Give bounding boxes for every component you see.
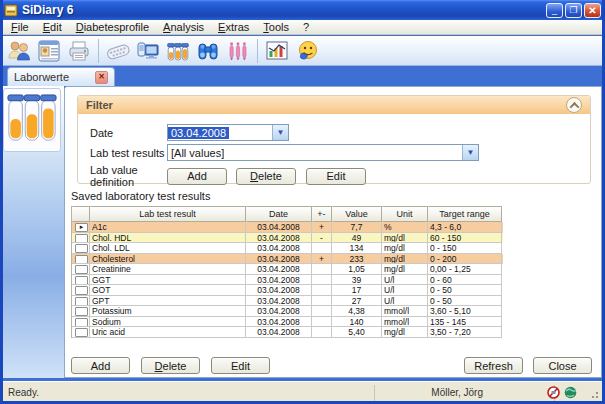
table-row[interactable]: Cholesterol 03.04.2008 + 233 mg/dl 0 - 2… xyxy=(72,254,503,265)
date-value: 03.04.2008 xyxy=(168,127,229,139)
injection-pens-icon[interactable] xyxy=(223,37,253,64)
column-header-unit[interactable]: Unit xyxy=(382,206,428,222)
close-button[interactable]: ✕ xyxy=(584,3,601,18)
cell-lab-test-result: GPT xyxy=(90,296,246,307)
printer-icon[interactable] xyxy=(64,37,94,64)
row-selector[interactable]: ▸ xyxy=(72,222,90,233)
menu-diabetesprofile[interactable]: Diabetesprofile xyxy=(69,20,156,35)
keyboard-icon[interactable] xyxy=(103,37,133,64)
collapse-button[interactable] xyxy=(566,97,582,113)
cell-target-range: 3,50 - 7,20 xyxy=(428,327,502,338)
selector-column-header[interactable] xyxy=(72,206,90,222)
menu-extras[interactable]: Extras xyxy=(211,20,256,35)
table-row[interactable]: Chol. HDL 03.04.2008 - 49 mg/dl 60 - 150 xyxy=(72,233,503,244)
cell-date: 03.04.2008 xyxy=(246,243,312,254)
filter-title: Filter xyxy=(86,99,113,111)
cell-unit: mg/dl xyxy=(382,243,428,254)
cell-date: 03.04.2008 xyxy=(246,285,312,296)
cell-date: 03.04.2008 xyxy=(246,233,312,244)
definition-delete-button[interactable]: Delete xyxy=(236,168,296,185)
table-row[interactable]: ▸ A1c 03.04.2008 + 7,7 % 4,3 - 6,0 xyxy=(72,222,503,233)
row-selector[interactable] xyxy=(72,243,90,254)
cell-target-range: 0 - 60 xyxy=(428,275,502,286)
cell-target-range: 135 - 145 xyxy=(428,317,502,328)
status-bar: Ready. Möller, Jörg xyxy=(0,381,605,404)
definition-add-button[interactable]: Add xyxy=(167,168,227,185)
menu-tools[interactable]: Tools xyxy=(256,20,296,35)
row-selector[interactable] xyxy=(72,306,90,317)
menu-bar: File Edit Diabetesprofile Analysis Extra… xyxy=(0,20,605,35)
resize-grip[interactable] xyxy=(589,389,599,399)
cell-lab-test-result: Sodium xyxy=(90,317,246,328)
menu-help[interactable]: ? xyxy=(296,20,316,35)
main-panel: Filter Date 03.04.2008 ▼ Lab test result… xyxy=(64,86,602,378)
statistics-icon[interactable] xyxy=(262,37,292,64)
search-icon[interactable] xyxy=(193,37,223,64)
row-selector[interactable] xyxy=(72,275,90,286)
table-row[interactable]: Uric acid 03.04.2008 5,40 mg/dl 3,50 - 7… xyxy=(72,327,503,338)
menu-edit[interactable]: Edit xyxy=(36,20,69,35)
lab-tubes-image xyxy=(3,88,61,152)
cell-value: 39 xyxy=(332,275,382,286)
cell-target-range: 60 - 150 xyxy=(428,233,502,244)
patient-record-icon[interactable] xyxy=(34,37,64,64)
cell-date: 03.04.2008 xyxy=(246,317,312,328)
cell-flag xyxy=(312,296,332,307)
lab-values-icon[interactable] xyxy=(163,37,193,64)
cell-value: 134 xyxy=(332,243,382,254)
definition-edit-button[interactable]: Edit xyxy=(306,168,366,185)
cell-lab-test-result: GOT xyxy=(90,285,246,296)
row-selector[interactable] xyxy=(72,317,90,328)
results-section-label: Saved laboratory test results xyxy=(71,190,210,202)
maximize-button[interactable]: ❐ xyxy=(565,3,582,18)
tab-close-icon[interactable]: ✕ xyxy=(95,71,108,84)
lab-results-select[interactable]: [All values] ▼ xyxy=(167,144,479,161)
table-row[interactable]: Potassium 03.04.2008 4,38 mmol/l 3,60 - … xyxy=(72,306,503,317)
menu-file[interactable]: File xyxy=(4,20,36,35)
column-header-target-range[interactable]: Target range xyxy=(428,206,502,222)
column-header-lab-test-result[interactable]: Lab test result xyxy=(90,206,246,222)
definition-label: Lab value definition xyxy=(90,164,167,188)
cell-target-range: 3,60 - 5,10 xyxy=(428,306,502,317)
tab-laborwerte[interactable]: Laborwerte ✕ xyxy=(7,67,115,86)
row-selector[interactable] xyxy=(72,285,90,296)
column-header-date[interactable]: Date xyxy=(246,206,312,222)
lab-results-value: [All values] xyxy=(168,147,227,159)
refresh-button[interactable]: Refresh xyxy=(464,357,523,374)
wellbeing-icon[interactable] xyxy=(292,37,322,64)
toolbar-separator xyxy=(257,39,258,63)
row-selector[interactable] xyxy=(72,296,90,307)
table-row[interactable]: Creatinine 03.04.2008 1,05 mg/dl 0,00 - … xyxy=(72,264,503,275)
cell-date: 03.04.2008 xyxy=(246,306,312,317)
row-selector[interactable] xyxy=(72,233,90,244)
edit-button[interactable]: Edit xyxy=(211,357,270,374)
device-sync-icon[interactable] xyxy=(133,37,163,64)
cell-target-range: 0 - 200 xyxy=(428,254,502,265)
status-message: Ready. xyxy=(8,387,39,398)
tab-label: Laborwerte xyxy=(14,71,69,83)
table-row[interactable]: Chol. LDL 03.04.2008 134 mg/dl 0 - 150 xyxy=(72,243,503,254)
date-select[interactable]: 03.04.2008 ▼ xyxy=(167,124,289,141)
table-row[interactable]: GOT 03.04.2008 17 U/l 0 - 50 xyxy=(72,285,503,296)
row-selector[interactable] xyxy=(72,264,90,275)
add-button[interactable]: Add xyxy=(71,357,130,374)
table-row[interactable]: GPT 03.04.2008 27 U/l 0 - 50 xyxy=(72,296,503,307)
minimize-button[interactable]: _ xyxy=(546,3,563,18)
tab-strip: Laborwerte ✕ xyxy=(0,66,605,86)
close-panel-button[interactable]: Close xyxy=(533,357,592,374)
no-connection-icon[interactable] xyxy=(547,386,560,399)
cell-value: 49 xyxy=(332,233,382,244)
online-status-icon[interactable] xyxy=(564,386,577,399)
column-header-flag[interactable]: +- xyxy=(312,206,332,222)
menu-analysis[interactable]: Analysis xyxy=(156,20,211,35)
delete-button[interactable]: Delete xyxy=(141,357,200,374)
table-row[interactable]: Sodium 03.04.2008 140 mmol/l 135 - 145 xyxy=(72,317,503,328)
cell-flag xyxy=(312,327,332,338)
table-row[interactable]: GGT 03.04.2008 39 U/l 0 - 60 xyxy=(72,275,503,286)
users-icon[interactable] xyxy=(4,37,34,64)
chevron-down-icon[interactable]: ▼ xyxy=(462,145,478,160)
row-selector[interactable] xyxy=(72,254,90,265)
chevron-down-icon[interactable]: ▼ xyxy=(272,125,288,140)
column-header-value[interactable]: Value xyxy=(332,206,382,222)
row-selector[interactable] xyxy=(72,327,90,338)
